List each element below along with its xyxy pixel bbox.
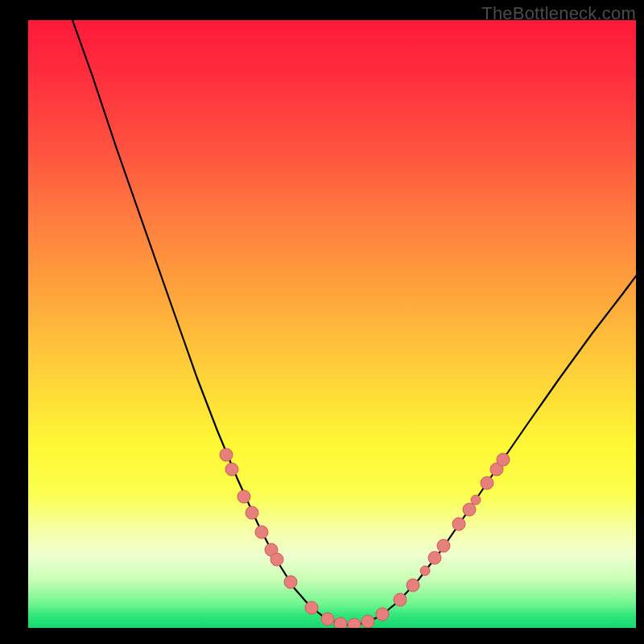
- plot-area: [28, 20, 636, 628]
- series-group: [72, 20, 636, 625]
- marker-dot: [321, 613, 334, 625]
- marker-dot: [305, 601, 318, 614]
- marker-dot: [237, 490, 250, 503]
- marker-dot: [437, 539, 450, 552]
- marker-dot: [246, 506, 258, 519]
- marker-dot: [463, 503, 476, 516]
- marker-dot: [220, 448, 233, 461]
- marker-dot: [334, 617, 347, 628]
- marker-dot: [270, 553, 283, 566]
- markers-group: [220, 448, 510, 628]
- marker-dot: [497, 453, 510, 466]
- marker-dot: [394, 593, 407, 606]
- marker-dot: [376, 608, 389, 621]
- marker-dot: [420, 566, 430, 576]
- marker-dot: [407, 579, 419, 592]
- marker-dot: [348, 618, 361, 628]
- chart-svg: [28, 20, 636, 628]
- watermark-text: TheBottleneck.com: [481, 3, 636, 24]
- marker-dot: [481, 477, 493, 489]
- chart-frame: TheBottleneck.com: [0, 0, 644, 644]
- series-right-curve: [350, 276, 636, 625]
- marker-dot: [471, 495, 481, 505]
- series-left-curve: [72, 20, 350, 625]
- marker-dot: [284, 576, 297, 588]
- marker-dot: [361, 615, 374, 628]
- marker-dot: [255, 526, 268, 539]
- marker-dot: [225, 463, 238, 476]
- marker-dot: [428, 551, 441, 564]
- marker-dot: [452, 518, 465, 530]
